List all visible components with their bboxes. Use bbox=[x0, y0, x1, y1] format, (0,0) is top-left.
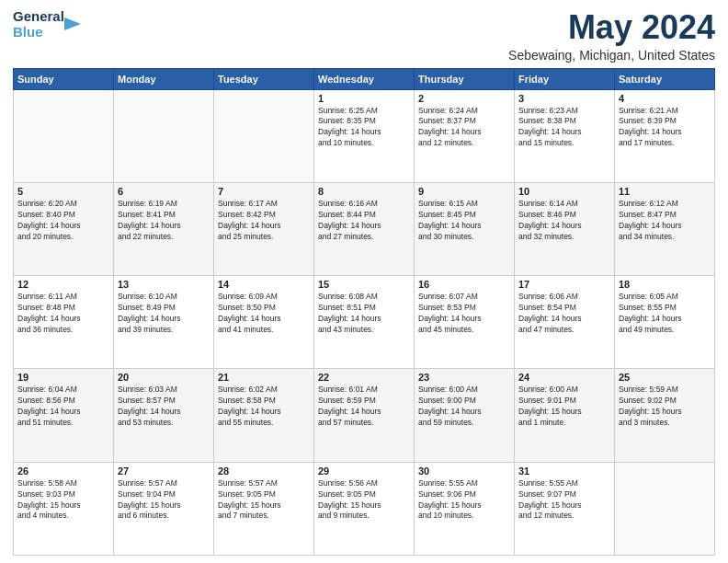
calendar-cell-0-3: 1Sunrise: 6:25 AM Sunset: 8:35 PM Daylig… bbox=[314, 89, 415, 182]
calendar-cell-2-3: 15Sunrise: 6:08 AM Sunset: 8:51 PM Dayli… bbox=[314, 276, 415, 369]
week-row-2: 5Sunrise: 6:20 AM Sunset: 8:40 PM Daylig… bbox=[14, 182, 715, 275]
header-wednesday: Wednesday bbox=[314, 68, 415, 89]
cell-info: Sunrise: 6:20 AM Sunset: 8:40 PM Dayligh… bbox=[17, 199, 109, 243]
weekday-header-row: Sunday Monday Tuesday Wednesday Thursday… bbox=[14, 68, 715, 89]
cell-info: Sunrise: 6:00 AM Sunset: 9:00 PM Dayligh… bbox=[418, 385, 510, 429]
calendar-cell-4-6 bbox=[615, 462, 715, 555]
calendar-cell-3-5: 24Sunrise: 6:00 AM Sunset: 9:01 PM Dayli… bbox=[515, 369, 615, 462]
calendar-cell-3-2: 21Sunrise: 6:02 AM Sunset: 8:58 PM Dayli… bbox=[214, 369, 314, 462]
week-row-3: 12Sunrise: 6:11 AM Sunset: 8:48 PM Dayli… bbox=[14, 276, 715, 369]
calendar-cell-3-3: 22Sunrise: 6:01 AM Sunset: 8:59 PM Dayli… bbox=[314, 369, 415, 462]
calendar-cell-4-4: 30Sunrise: 5:55 AM Sunset: 9:06 PM Dayli… bbox=[415, 462, 515, 555]
cell-info: Sunrise: 5:55 AM Sunset: 9:07 PM Dayligh… bbox=[518, 478, 610, 523]
header-tuesday: Tuesday bbox=[214, 68, 314, 89]
cell-info: Sunrise: 6:11 AM Sunset: 8:48 PM Dayligh… bbox=[17, 292, 109, 336]
cell-info: Sunrise: 6:25 AM Sunset: 8:35 PM Dayligh… bbox=[318, 106, 410, 150]
calendar-cell-1-3: 8Sunrise: 6:16 AM Sunset: 8:44 PM Daylig… bbox=[314, 182, 415, 275]
cell-info: Sunrise: 6:03 AM Sunset: 8:57 PM Dayligh… bbox=[118, 385, 210, 429]
week-row-5: 26Sunrise: 5:58 AM Sunset: 9:03 PM Dayli… bbox=[14, 462, 715, 555]
day-number: 9 bbox=[418, 186, 510, 197]
calendar-cell-1-1: 6Sunrise: 6:19 AM Sunset: 8:41 PM Daylig… bbox=[114, 182, 214, 275]
day-number: 16 bbox=[418, 279, 510, 290]
day-number: 21 bbox=[218, 372, 310, 383]
day-number: 4 bbox=[619, 93, 711, 104]
header-friday: Friday bbox=[515, 68, 615, 89]
calendar-cell-1-5: 10Sunrise: 6:14 AM Sunset: 8:46 PM Dayli… bbox=[515, 182, 615, 275]
cell-info: Sunrise: 5:57 AM Sunset: 9:05 PM Dayligh… bbox=[218, 478, 310, 523]
day-number: 19 bbox=[17, 372, 109, 383]
cell-info: Sunrise: 6:06 AM Sunset: 8:54 PM Dayligh… bbox=[518, 292, 610, 336]
day-number: 22 bbox=[318, 372, 410, 383]
day-number: 17 bbox=[518, 279, 610, 290]
calendar-cell-3-1: 20Sunrise: 6:03 AM Sunset: 8:57 PM Dayli… bbox=[114, 369, 214, 462]
calendar-cell-2-0: 12Sunrise: 6:11 AM Sunset: 8:48 PM Dayli… bbox=[14, 276, 114, 369]
day-number: 31 bbox=[518, 465, 610, 477]
calendar-cell-1-0: 5Sunrise: 6:20 AM Sunset: 8:40 PM Daylig… bbox=[14, 182, 114, 275]
calendar-cell-1-6: 11Sunrise: 6:12 AM Sunset: 8:47 PM Dayli… bbox=[615, 182, 715, 275]
calendar-header: Sunday Monday Tuesday Wednesday Thursday… bbox=[14, 68, 715, 89]
calendar-cell-4-0: 26Sunrise: 5:58 AM Sunset: 9:03 PM Dayli… bbox=[14, 462, 114, 555]
subtitle: Sebewaing, Michigan, United States bbox=[508, 48, 715, 63]
day-number: 8 bbox=[318, 186, 410, 197]
calendar-cell-0-0 bbox=[14, 89, 114, 182]
calendar-cell-2-2: 14Sunrise: 6:09 AM Sunset: 8:50 PM Dayli… bbox=[214, 276, 314, 369]
day-number: 3 bbox=[518, 93, 610, 104]
cell-info: Sunrise: 6:08 AM Sunset: 8:51 PM Dayligh… bbox=[318, 292, 410, 336]
day-number: 29 bbox=[318, 465, 410, 477]
cell-info: Sunrise: 6:09 AM Sunset: 8:50 PM Dayligh… bbox=[218, 292, 310, 336]
logo-triangle-icon bbox=[63, 14, 83, 34]
calendar-cell-1-4: 9Sunrise: 6:15 AM Sunset: 8:45 PM Daylig… bbox=[415, 182, 515, 275]
day-number: 27 bbox=[118, 465, 210, 477]
calendar-cell-2-4: 16Sunrise: 6:07 AM Sunset: 8:53 PM Dayli… bbox=[415, 276, 515, 369]
cell-info: Sunrise: 6:16 AM Sunset: 8:44 PM Dayligh… bbox=[318, 199, 410, 243]
calendar-cell-2-6: 18Sunrise: 6:05 AM Sunset: 8:55 PM Dayli… bbox=[615, 276, 715, 369]
calendar-cell-3-6: 25Sunrise: 5:59 AM Sunset: 9:02 PM Dayli… bbox=[615, 369, 715, 462]
logo: General Blue bbox=[13, 9, 83, 46]
calendar-cell-0-2 bbox=[214, 89, 314, 182]
logo-blue: Blue bbox=[13, 25, 61, 40]
calendar-body: 1Sunrise: 6:25 AM Sunset: 8:35 PM Daylig… bbox=[14, 89, 715, 555]
header-monday: Monday bbox=[114, 68, 214, 89]
cell-info: Sunrise: 6:01 AM Sunset: 8:59 PM Dayligh… bbox=[318, 385, 410, 429]
cell-info: Sunrise: 6:17 AM Sunset: 8:42 PM Dayligh… bbox=[218, 199, 310, 243]
week-row-1: 1Sunrise: 6:25 AM Sunset: 8:35 PM Daylig… bbox=[14, 89, 715, 182]
day-number: 30 bbox=[418, 465, 510, 477]
calendar-cell-4-1: 27Sunrise: 5:57 AM Sunset: 9:04 PM Dayli… bbox=[114, 462, 214, 555]
day-number: 26 bbox=[17, 465, 109, 477]
cell-info: Sunrise: 6:10 AM Sunset: 8:49 PM Dayligh… bbox=[118, 292, 210, 336]
day-number: 24 bbox=[518, 372, 610, 383]
day-number: 14 bbox=[218, 279, 310, 290]
calendar-cell-4-5: 31Sunrise: 5:55 AM Sunset: 9:07 PM Dayli… bbox=[515, 462, 615, 555]
calendar-cell-2-1: 13Sunrise: 6:10 AM Sunset: 8:49 PM Dayli… bbox=[114, 276, 214, 369]
header-saturday: Saturday bbox=[615, 68, 715, 89]
day-number: 15 bbox=[318, 279, 410, 290]
cell-info: Sunrise: 5:59 AM Sunset: 9:02 PM Dayligh… bbox=[619, 385, 711, 429]
cell-info: Sunrise: 6:19 AM Sunset: 8:41 PM Dayligh… bbox=[118, 199, 210, 243]
cell-info: Sunrise: 5:58 AM Sunset: 9:03 PM Dayligh… bbox=[17, 478, 109, 523]
calendar-cell-4-2: 28Sunrise: 5:57 AM Sunset: 9:05 PM Dayli… bbox=[214, 462, 314, 555]
logo-general: General bbox=[13, 9, 61, 25]
day-number: 10 bbox=[518, 186, 610, 197]
calendar-cell-0-4: 2Sunrise: 6:24 AM Sunset: 8:37 PM Daylig… bbox=[415, 89, 515, 182]
svg-marker-0 bbox=[64, 17, 81, 30]
cell-info: Sunrise: 6:24 AM Sunset: 8:37 PM Dayligh… bbox=[418, 106, 510, 150]
cell-info: Sunrise: 6:02 AM Sunset: 8:58 PM Dayligh… bbox=[218, 385, 310, 429]
page: General Blue May 2024 Sebewaing, Michiga… bbox=[0, 0, 728, 563]
cell-info: Sunrise: 6:14 AM Sunset: 8:46 PM Dayligh… bbox=[518, 199, 610, 243]
day-number: 18 bbox=[619, 279, 711, 290]
calendar-cell-3-4: 23Sunrise: 6:00 AM Sunset: 9:00 PM Dayli… bbox=[415, 369, 515, 462]
day-number: 11 bbox=[619, 186, 711, 197]
cell-info: Sunrise: 6:07 AM Sunset: 8:53 PM Dayligh… bbox=[418, 292, 510, 336]
calendar-cell-3-0: 19Sunrise: 6:04 AM Sunset: 8:56 PM Dayli… bbox=[14, 369, 114, 462]
main-title: May 2024 bbox=[508, 9, 715, 46]
cell-info: Sunrise: 6:23 AM Sunset: 8:38 PM Dayligh… bbox=[518, 106, 610, 150]
day-number: 5 bbox=[17, 186, 109, 197]
week-row-4: 19Sunrise: 6:04 AM Sunset: 8:56 PM Dayli… bbox=[14, 369, 715, 462]
calendar-cell-2-5: 17Sunrise: 6:06 AM Sunset: 8:54 PM Dayli… bbox=[515, 276, 615, 369]
cell-info: Sunrise: 6:12 AM Sunset: 8:47 PM Dayligh… bbox=[619, 199, 711, 243]
calendar-cell-0-1 bbox=[114, 89, 214, 182]
calendar-cell-0-5: 3Sunrise: 6:23 AM Sunset: 8:38 PM Daylig… bbox=[515, 89, 615, 182]
day-number: 20 bbox=[118, 372, 210, 383]
header-sunday: Sunday bbox=[14, 68, 114, 89]
cell-info: Sunrise: 6:21 AM Sunset: 8:39 PM Dayligh… bbox=[619, 106, 711, 150]
